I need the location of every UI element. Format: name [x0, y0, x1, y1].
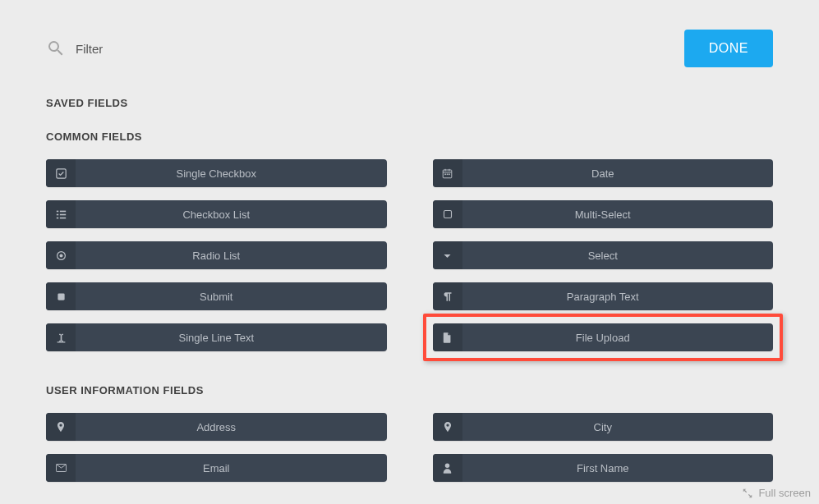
fullscreen-label: Full screen — [758, 487, 811, 499]
field-email[interactable]: Email — [46, 454, 387, 482]
field-label: Address — [76, 421, 387, 433]
field-select[interactable]: Select — [433, 241, 774, 269]
checkbox-checked-icon — [46, 159, 76, 187]
paragraph-icon — [433, 282, 462, 310]
svg-rect-7 — [449, 173, 450, 175]
field-label: City — [462, 421, 774, 433]
section-user-info-fields: USER INFORMATION FIELDS — [46, 384, 773, 396]
map-pin-icon — [46, 413, 76, 441]
section-common-fields: COMMON FIELDS — [46, 131, 773, 143]
svg-rect-0 — [56, 168, 65, 177]
field-label: Date — [462, 167, 774, 180]
square-icon — [46, 282, 76, 310]
user-icon — [433, 454, 462, 482]
svg-rect-6 — [447, 173, 449, 175]
svg-rect-12 — [56, 217, 58, 218]
field-label: First Name — [462, 462, 774, 474]
svg-rect-9 — [59, 210, 65, 212]
map-pin-icon — [433, 413, 462, 441]
section-saved-fields: SAVED FIELDS — [46, 97, 773, 109]
field-checkbox-list[interactable]: Checkbox List — [46, 200, 387, 228]
field-label: Select — [462, 250, 774, 262]
field-file-upload[interactable]: File Upload — [433, 323, 774, 351]
svg-point-16 — [59, 254, 62, 257]
done-button[interactable]: DONE — [684, 30, 773, 67]
file-icon — [433, 323, 462, 351]
field-label: Submit — [76, 291, 387, 303]
field-label: File Upload — [462, 332, 774, 344]
field-label: Single Checkbox — [76, 167, 387, 180]
svg-point-20 — [445, 463, 450, 468]
user-info-fields-grid: Address City Email First Name — [46, 413, 773, 482]
field-submit[interactable]: Submit — [46, 282, 387, 310]
svg-rect-13 — [59, 217, 65, 218]
svg-rect-10 — [56, 213, 58, 215]
filter-wrap — [46, 39, 322, 58]
field-single-line-text[interactable]: Single Line Text — [46, 323, 387, 351]
list-icon — [46, 200, 76, 228]
svg-rect-17 — [58, 293, 64, 300]
field-multi-select[interactable]: Multi-Select — [433, 200, 774, 228]
text-cursor-icon — [46, 323, 76, 351]
field-radio-list[interactable]: Radio List — [46, 241, 387, 269]
radio-icon — [46, 241, 76, 269]
calendar-icon — [433, 159, 462, 187]
svg-rect-8 — [56, 210, 58, 212]
expand-icon — [742, 488, 753, 499]
search-icon — [46, 39, 66, 58]
filter-input[interactable] — [76, 42, 322, 56]
field-single-checkbox[interactable]: Single Checkbox — [46, 159, 387, 187]
envelope-icon — [46, 454, 76, 482]
highlight-file-upload: File Upload — [423, 314, 784, 361]
common-fields-grid: Single Checkbox Date Checkbox List Multi… — [46, 159, 773, 351]
svg-rect-11 — [59, 213, 65, 215]
field-label: Checkbox List — [76, 208, 387, 221]
field-label: Email — [76, 462, 387, 474]
svg-rect-5 — [444, 173, 446, 175]
field-address[interactable]: Address — [46, 413, 387, 441]
field-label: Single Line Text — [76, 332, 387, 344]
field-label: Radio List — [76, 250, 387, 262]
chevron-down-icon — [433, 241, 462, 269]
field-date[interactable]: Date — [433, 159, 774, 187]
field-first-name[interactable]: First Name — [433, 454, 774, 482]
fullscreen-button[interactable]: Full screen — [742, 487, 811, 499]
field-paragraph-text[interactable]: Paragraph Text — [433, 282, 774, 310]
square-outline-icon — [433, 200, 462, 228]
field-label: Multi-Select — [462, 208, 774, 221]
svg-rect-14 — [444, 211, 451, 218]
field-label: Paragraph Text — [462, 291, 774, 303]
field-city[interactable]: City — [433, 413, 774, 441]
